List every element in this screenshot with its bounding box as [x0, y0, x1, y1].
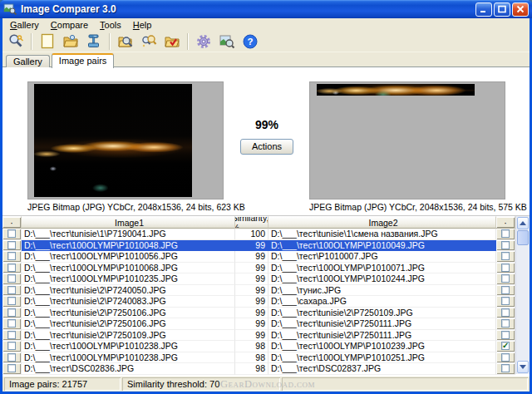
table-row[interactable]: D:\___\тест\tunisie\2\P7250109.JPG 99 D:… [2, 330, 530, 342]
checkbox[interactable] [501, 252, 510, 260]
checkbox[interactable] [7, 364, 16, 372]
new-gallery-button[interactable] [36, 32, 59, 52]
checkbox-cell[interactable] [2, 273, 22, 285]
scroll-up-button[interactable] [517, 217, 529, 229]
header-check1[interactable]: · [2, 216, 22, 229]
similarity-value: 98 [235, 352, 268, 364]
checkbox[interactable] [501, 319, 510, 328]
tab-gallery[interactable]: Gallery [6, 55, 50, 67]
menu-gallery[interactable]: Gallery [4, 20, 45, 30]
checked-results-button[interactable] [160, 32, 184, 52]
checkbox-cell[interactable] [496, 240, 515, 252]
checkbox[interactable] [501, 308, 510, 317]
checkbox-cell[interactable] [2, 229, 22, 240]
table-row[interactable]: D:\___\тест\tunisie\2\P7250106.JPG 99 D:… [2, 318, 530, 330]
checkbox[interactable] [7, 263, 16, 272]
checkbox[interactable] [7, 274, 16, 283]
menu-help[interactable]: Help [127, 20, 158, 30]
checkbox-cell[interactable] [496, 229, 515, 240]
table-row[interactable]: D:\___\тест\tunisie\2\P7240050.JPG 99 D:… [2, 285, 530, 297]
checkbox-cell[interactable] [496, 318, 515, 330]
checkbox-cell[interactable] [496, 251, 515, 263]
checkbox-cell[interactable] [2, 352, 22, 364]
table-row[interactable]: D:\___\тест\tunisie\1\P7190041.JPG 100 D… [2, 229, 530, 240]
table-row[interactable]: D:\___\тест\DSC02836.JPG 98 D:\___\тест\… [2, 363, 530, 375]
checkbox-cell[interactable] [2, 240, 22, 252]
preview-search-button[interactable] [215, 32, 239, 52]
header-image1[interactable]: Image1 [22, 216, 235, 229]
tab-image-pairs[interactable]: Image pairs [52, 53, 114, 68]
checkbox[interactable] [501, 241, 510, 249]
help-button[interactable]: ? [239, 32, 262, 52]
checkbox-cell[interactable] [496, 296, 515, 308]
checkbox-cell[interactable] [496, 273, 515, 285]
menu-tools[interactable]: Tools [94, 20, 127, 30]
compact-gallery-button[interactable] [82, 32, 106, 52]
checkbox[interactable] [501, 331, 510, 339]
status-filler [282, 377, 528, 391]
table-row[interactable]: D:\___\тест\100OLYMP\P1010056.JPG 99 D:\… [2, 251, 530, 263]
checkbox-cell[interactable] [2, 296, 22, 308]
maximize-button[interactable] [494, 2, 510, 17]
checkbox-cell[interactable] [2, 263, 22, 274]
checkbox[interactable] [7, 286, 16, 294]
checkbox-cell[interactable] [496, 308, 515, 319]
table-row[interactable]: D:\___\тест\tunisie\2\P7240083.JPG 99 D:… [2, 296, 530, 308]
checkbox-cell[interactable] [2, 363, 22, 375]
vertical-scrollbar[interactable] [515, 216, 530, 374]
checkbox[interactable] [501, 364, 510, 372]
table-row[interactable]: D:\___\тест\100OLYMP\P1010238.JPG 98 D:\… [2, 352, 530, 364]
table-row[interactable]: D:\___\тест\100OLYMP\P1010068.JPG 99 D:\… [2, 263, 530, 274]
table-row[interactable]: D:\___\тест\100OLYMP\P1010238.JPG 98 D:\… [2, 341, 530, 352]
checkbox-cell[interactable] [496, 341, 515, 352]
checkbox[interactable] [501, 274, 510, 283]
close-button[interactable] [512, 2, 529, 17]
minimize-button[interactable] [475, 2, 492, 17]
checkbox[interactable] [501, 353, 510, 362]
find-duplicates-button[interactable] [137, 32, 160, 52]
checkbox[interactable] [7, 297, 16, 305]
checkbox-cell[interactable] [2, 318, 22, 330]
checkbox[interactable] [7, 342, 16, 350]
checkbox-cell[interactable] [2, 330, 22, 342]
header-similarity[interactable]: Similarity, % [235, 216, 268, 229]
checkbox-cell[interactable] [496, 330, 515, 342]
checkbox-cell[interactable] [496, 263, 515, 274]
gear-icon [195, 33, 212, 50]
scroll-down-button[interactable] [517, 361, 529, 373]
scroll-thumb[interactable] [517, 230, 529, 245]
checkbox[interactable] [501, 263, 510, 272]
checkbox[interactable] [7, 353, 16, 362]
checkbox-cell[interactable] [496, 285, 515, 297]
checkbox[interactable] [7, 241, 16, 249]
checkbox-cell[interactable] [2, 251, 22, 263]
actions-button[interactable]: Actions [240, 139, 293, 155]
checkbox[interactable] [7, 331, 16, 339]
checkbox[interactable] [7, 252, 16, 260]
checkbox[interactable] [501, 286, 510, 294]
checkbox[interactable] [501, 297, 510, 305]
table-row[interactable]: D:\___\тест\tunisie\2\P7250106.JPG 99 D:… [2, 308, 530, 319]
settings-button[interactable] [192, 32, 215, 52]
checkbox-cell[interactable] [2, 341, 22, 352]
image1-path: D:\___\тест\DSC02836.JPG [22, 363, 235, 375]
open-gallery-button[interactable] [59, 32, 82, 52]
checkbox[interactable] [7, 229, 16, 238]
header-check2[interactable]: · [496, 216, 515, 229]
checkbox-cell[interactable] [496, 352, 515, 364]
table-row[interactable]: D:\___\тест\100OLYMP\P1010048.JPG 99 D:\… [2, 240, 530, 252]
search-wizard-button[interactable] [4, 32, 27, 52]
checkbox-cell[interactable] [496, 363, 515, 375]
checkbox-cell[interactable] [2, 308, 22, 319]
checkbox[interactable] [7, 308, 16, 317]
header-image2[interactable]: Image2 [268, 216, 496, 229]
menu-compare[interactable]: Compare [45, 20, 94, 30]
table-row[interactable]: D:\___\тест\100OLYMP\P1010235.JPG 99 D:\… [2, 273, 530, 285]
scan-folder-button[interactable] [114, 32, 137, 52]
checkbox-cell[interactable] [2, 285, 22, 297]
toolbar-separator [31, 33, 32, 50]
image1-path: D:\___\тест\tunisie\2\P7240050.JPG [22, 285, 235, 297]
checkbox[interactable] [501, 229, 510, 238]
checkbox[interactable] [7, 319, 16, 328]
checkbox[interactable] [501, 342, 510, 350]
